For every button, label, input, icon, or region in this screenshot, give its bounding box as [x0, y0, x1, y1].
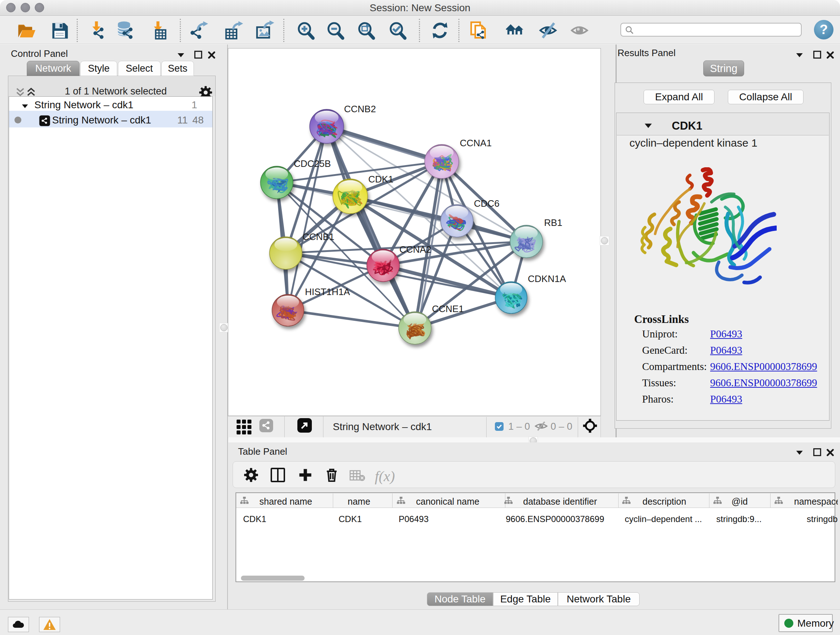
svg-text:CCNA1: CCNA1 [460, 138, 492, 149]
svg-text:CDK1: CDK1 [368, 174, 393, 185]
svg-text:CCNB2: CCNB2 [344, 103, 376, 114]
svg-text:CDC6: CDC6 [474, 198, 500, 209]
svg-text:HIST1H1A: HIST1H1A [305, 287, 350, 297]
svg-text:CCNE1: CCNE1 [432, 303, 464, 314]
svg-text:CCNB1: CCNB1 [302, 231, 334, 242]
svg-text:CCNA2: CCNA2 [399, 244, 431, 255]
svg-text:CDC25B: CDC25B [294, 158, 331, 169]
svg-text:RB1: RB1 [544, 217, 562, 228]
svg-text:CDKN1A: CDKN1A [528, 273, 566, 284]
